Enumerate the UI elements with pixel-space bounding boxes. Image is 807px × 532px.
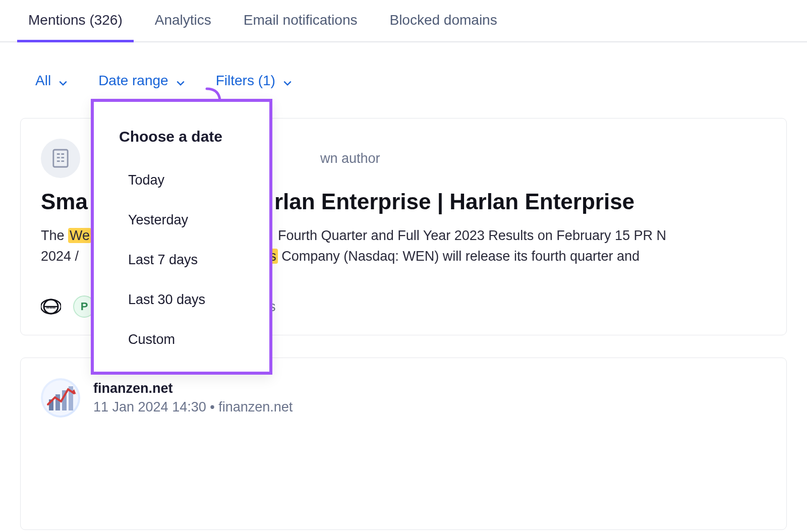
card-body-text: The [41,228,68,243]
mention-card[interactable]: finanzen.net 11 Jan 2024 14:30 • finanze… [20,358,787,530]
card-author: wn author [320,151,380,166]
source-avatar [41,378,80,418]
card-body-text: Fourth Quarter and Full Year 2023 Result… [278,228,666,243]
filter-filters-label: Filters (1) [216,73,275,89]
tabs: Mentions (326) Analytics Email notificat… [0,0,807,42]
source-meta: 11 Jan 2024 14:30 • finanzen.net [93,399,293,415]
svg-rect-11 [55,394,60,410]
date-range-dropdown: Choose a date Today Yesterday Last 7 day… [91,99,272,375]
date-option-yesterday[interactable]: Yesterday [94,200,269,240]
filter-date-range-label: Date range [98,73,168,89]
card-title-part-b: rlan Enterprise | Harlan Enterprise [274,189,635,214]
svg-text:www: www [46,305,56,310]
building-icon [52,148,69,168]
web-source-icon: www [41,297,61,317]
dropdown-title: Choose a date [94,102,269,160]
filter-bar: All Date range Filters (1) [0,42,807,89]
tab-email-notifications[interactable]: Email notifications [244,12,358,41]
chevron-down-icon [282,76,293,86]
card-body-text: Company (Nasdaq: WEN) will release its f… [278,249,640,264]
tab-blocked-domains[interactable]: Blocked domains [389,12,497,41]
source-name: finanzen.net [93,381,293,396]
svg-rect-0 [53,150,68,167]
highlight: We [68,228,91,243]
tab-mentions[interactable]: Mentions (326) [28,12,123,41]
filter-filters[interactable]: Filters (1) [216,73,293,89]
card-title-part-a: Sma [41,189,88,214]
card-body-text: 2024 / [41,249,79,264]
tab-analytics[interactable]: Analytics [155,12,211,41]
chevron-down-icon [176,76,186,86]
chart-icon [43,380,78,416]
date-option-last-30-days[interactable]: Last 30 days [94,280,269,320]
filter-all[interactable]: All [35,73,68,89]
filter-date-range[interactable]: Date range [98,73,186,89]
filter-all-label: All [35,73,51,89]
date-option-last-7-days[interactable]: Last 7 days [94,240,269,280]
chevron-down-icon [58,76,68,86]
date-option-today[interactable]: Today [94,160,269,200]
date-option-custom[interactable]: Custom [94,320,269,372]
source-avatar [41,139,80,178]
card-header: finanzen.net 11 Jan 2024 14:30 • finanze… [41,378,766,418]
